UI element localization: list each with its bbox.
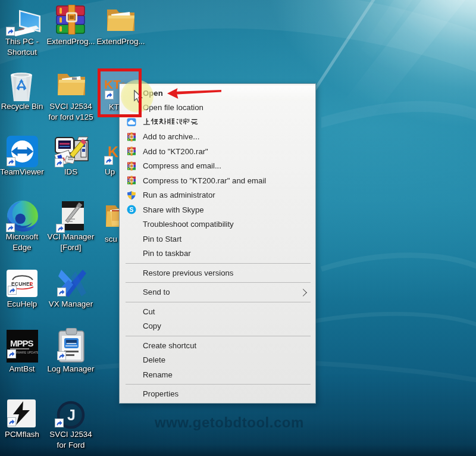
svg-text:P: P bbox=[30, 281, 33, 287]
svg-text:S: S bbox=[130, 206, 134, 213]
svg-text:MPPS: MPPS bbox=[10, 338, 34, 348]
svg-text:J: J bbox=[67, 407, 76, 423]
